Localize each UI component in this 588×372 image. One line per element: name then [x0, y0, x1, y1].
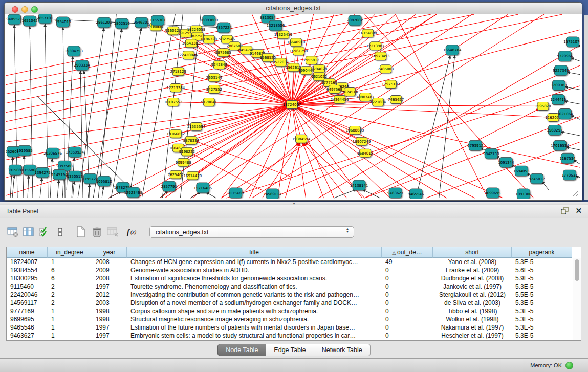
cell: 5.9E-5	[512, 274, 572, 282]
cell: 1997	[92, 282, 127, 291]
column-header-title[interactable]: title	[127, 247, 382, 258]
graph-node-label: 1621064	[557, 112, 573, 116]
cell: Nakamura et al. (1997)	[433, 323, 512, 332]
graph-node-label: 18724007	[283, 103, 301, 107]
row-height-icon[interactable]	[54, 225, 67, 238]
cell: 1	[48, 332, 92, 340]
cell: Jankovic et al. (1997)	[433, 282, 512, 291]
column-header-short[interactable]: short	[433, 247, 512, 258]
delete-table-icon	[106, 225, 119, 238]
graph-node-label: 14138141	[350, 184, 368, 188]
graph-node-label: 9621022	[311, 75, 327, 79]
graph-node-label: 9699695	[485, 191, 500, 195]
tab-node-table[interactable]: Node Table	[217, 344, 266, 356]
graph-node-label: 18226058	[187, 28, 206, 32]
cell: 6	[48, 274, 92, 282]
graph-node-label: 6497568	[326, 87, 342, 92]
graph-node-label: 14569117	[264, 192, 282, 196]
cell: Wolkin et al. (1998)	[433, 315, 512, 323]
cell: 2008	[92, 274, 127, 282]
graph-node-label: 9115460	[228, 191, 244, 195]
column-header-out_de[interactable]: △out_de…	[382, 247, 433, 258]
graph-node-label: 9245012	[529, 177, 545, 181]
table-row[interactable]: 946362711997Embryonic stem cells: a mode…	[7, 332, 581, 340]
graph-node-label: 8186328	[201, 37, 217, 41]
tab-network-table[interactable]: Network Table	[314, 344, 371, 356]
cell: 0	[382, 307, 433, 315]
graph-edge	[183, 105, 292, 163]
graph-node-label: 1694053	[513, 169, 529, 173]
graph-node-label: 11535594	[187, 125, 206, 129]
table-mode-icon[interactable]	[6, 225, 19, 238]
graph-node-label: 7625402	[168, 173, 184, 177]
table-row[interactable]: 1830029562008Estimation of significance …	[7, 274, 581, 282]
graph-node-label: 2903334	[74, 63, 91, 68]
graph-node-label: 15751074	[563, 40, 580, 44]
tab-edge-table[interactable]: Edge Table	[266, 344, 314, 356]
column-header-in_degree[interactable]: in_degree	[48, 247, 92, 258]
cell: 5.3E-5	[512, 332, 572, 340]
graph-node-label: 12975103	[382, 82, 400, 86]
graph-edge	[292, 105, 542, 106]
graph-node-label: 24364456	[331, 98, 349, 102]
graph-node-label: 19384554	[292, 137, 311, 141]
cell: 9463627	[7, 332, 48, 340]
network-canvas[interactable]: 1872400774638229160128391295418226058982…	[6, 14, 580, 199]
scrollbar-thumb[interactable]	[575, 259, 579, 281]
graph-edge	[98, 14, 116, 198]
table-row[interactable]: 911546021997Tourette syndrome. Phenomeno…	[7, 282, 581, 291]
network-window-titlebar[interactable]: citations_edges.txt	[5, 3, 582, 14]
table-selector-combo[interactable]: citations_edges.txt ▲▼	[149, 226, 354, 238]
float-window-icon[interactable]	[560, 207, 569, 214]
column-header-name[interactable]: name	[7, 247, 48, 258]
window-title: citations_edges.txt	[5, 4, 582, 12]
resize-grip-icon[interactable]	[572, 190, 578, 196]
graph-node-label: 1954013	[55, 20, 71, 24]
graph-edge	[303, 143, 324, 198]
table-row[interactable]: 969969511998Structural magnetic resonanc…	[7, 315, 581, 323]
collapsed-panel-strip[interactable]	[584, 15, 588, 200]
combo-stepper-icon: ▲▼	[346, 228, 349, 234]
graph-node-label: 6793912	[467, 144, 483, 148]
graph-edge	[219, 65, 292, 105]
graph-node-label: 10688609	[346, 128, 364, 133]
graph-node-label: 9827546	[219, 37, 235, 41]
cell: 5.3E-5	[512, 307, 572, 315]
table-selector-value: citations_edges.txt	[156, 229, 209, 236]
cell: 1997	[92, 323, 127, 332]
cell: 5.6E-5	[512, 266, 572, 274]
table-scrollbar[interactable]	[573, 258, 581, 340]
table-row[interactable]: 1938455462009Genome-wide association stu…	[7, 266, 581, 274]
graph-node-label: 1651042	[21, 19, 37, 23]
graph-node-label: 19166852	[166, 132, 185, 136]
column-header-year[interactable]: year	[92, 247, 127, 258]
graph-node-label: 9842133	[483, 152, 499, 156]
function-builder-icon[interactable]: f (x)	[126, 225, 140, 238]
cell: Corpus callosum shape and size in male p…	[127, 307, 382, 315]
table-row[interactable]: 2242004622012Investigating the contribut…	[7, 291, 581, 299]
graph-node-label: 2718129	[170, 70, 186, 74]
close-panel-icon[interactable]: ✕	[575, 207, 582, 214]
memory-ok-indicator[interactable]	[565, 362, 573, 369]
svg-text:f: f	[127, 228, 130, 236]
graph-node-label: 16640910	[287, 40, 306, 45]
select-rows-icon[interactable]	[38, 225, 51, 238]
cell: Tibbo et al. (1998)	[433, 307, 512, 315]
table-row[interactable]: 946554611997Estimation of the future num…	[7, 323, 581, 332]
cell: 18300295	[7, 274, 48, 282]
show-columns-icon[interactable]	[22, 225, 35, 238]
cell: Hescheler et al. (1997)	[433, 332, 512, 340]
create-column-icon[interactable]	[74, 225, 88, 238]
table-row[interactable]: 1456911722003Disruption of a novel membe…	[7, 299, 581, 307]
graph-node-label: 9198222	[179, 150, 195, 154]
column-header-pagerank[interactable]: pagerank	[512, 247, 572, 258]
delete-column-icon[interactable]	[90, 225, 103, 238]
graph-node-label: 9777169	[321, 81, 337, 85]
graph-node-label: 10807487	[356, 95, 375, 99]
graph-node-label: 15304753	[64, 49, 83, 53]
graph-node-label: 1091306	[515, 192, 531, 196]
graph-edge	[50, 158, 52, 198]
table-row[interactable]: 1872400712008Changes of HCN gene express…	[7, 258, 581, 266]
table-row[interactable]: 977716911998Corpus callosum shape and si…	[7, 307, 581, 315]
cell: 5.3E-5	[512, 323, 572, 332]
